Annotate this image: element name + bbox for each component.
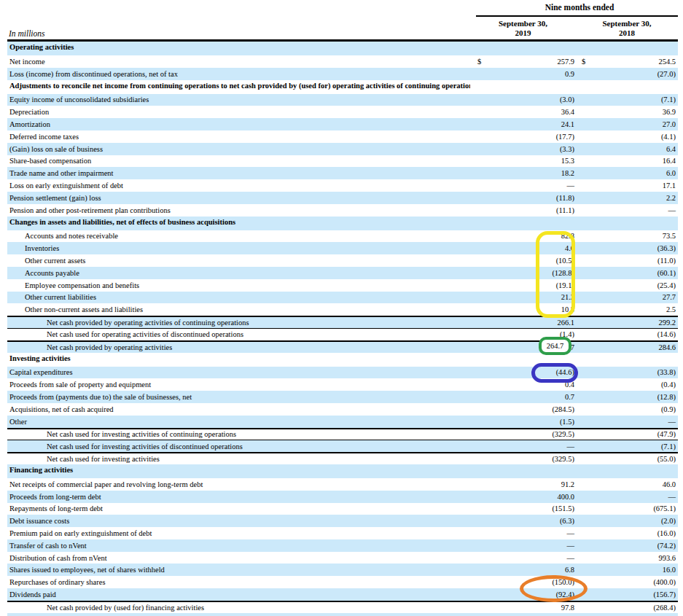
- section-header-row: Investing activities: [7, 353, 678, 367]
- row-label: Depreciation: [7, 108, 470, 116]
- value-2018: (0.4): [582, 381, 676, 389]
- value-2019-cell: (329.5): [470, 430, 576, 438]
- value-2018-cell: 46.0: [576, 480, 678, 488]
- table-row: Acquisitions, net of cash acquired(284.5…: [7, 403, 678, 416]
- value-2019: 21.3: [477, 293, 574, 301]
- value-2019-cell: 36.4: [470, 108, 576, 116]
- value-2019-cell: (6.3): [470, 517, 576, 525]
- value-2018: (7.1): [582, 442, 676, 451]
- value-2019-cell: 266.1: [470, 319, 576, 327]
- value-2018-cell: 16.4: [576, 157, 678, 165]
- value-2019-cell: 91.2: [470, 480, 576, 488]
- value-2018-cell: —: [576, 493, 678, 501]
- section-header-row: Operating activities: [7, 42, 678, 55]
- value-2018: 254.5: [585, 58, 676, 66]
- row-label: Net income: [7, 58, 470, 66]
- value-2019-cell: —: [470, 442, 576, 451]
- value-2019-cell: (3.0): [470, 95, 576, 104]
- table-row: Repayments of long-term debt(151.5)(675.…: [7, 503, 678, 515]
- table-header: Nine months ended September 30, 2019 Sep…: [7, 0, 678, 42]
- value-2018-cell: (25.4): [576, 281, 678, 289]
- value-2019: —: [477, 554, 574, 562]
- row-label: Other: [7, 418, 470, 426]
- value-2019-cell: (128.8): [470, 269, 576, 277]
- value-2019-cell: 97.8: [470, 604, 576, 612]
- value-2018-cell: (400.0): [576, 578, 678, 586]
- value-2019-cell: (151.5): [470, 504, 576, 512]
- value-2019: (17.7): [477, 133, 574, 141]
- value-2019: (44.6): [477, 368, 574, 376]
- value-2019-cell: 10.5: [470, 305, 576, 313]
- value-2019-cell: 264.7: [470, 343, 576, 351]
- row-label: Net cash used for investing activities: [7, 455, 470, 463]
- value-2018-cell: (675.1): [576, 504, 678, 512]
- row-label: Net cash provided by operating activitie…: [7, 319, 470, 327]
- table-row: Inventories4.0(36.3): [7, 242, 678, 254]
- value-2018-cell: 2.2: [576, 194, 678, 202]
- value-2018-cell: (16.0): [576, 529, 678, 537]
- value-2019: —: [477, 529, 574, 537]
- row-label: Accounts and notes receivable: [7, 232, 470, 240]
- value-2018-cell: 73.5: [576, 232, 678, 240]
- value-2018-cell: 993.6: [576, 554, 678, 562]
- value-2019: (329.5): [477, 455, 574, 463]
- value-2019: (1.5): [477, 418, 574, 426]
- table-row: Deferred income taxes(17.7)(4.1): [7, 130, 678, 143]
- row-label: (Gain) loss on sale of business: [7, 145, 470, 153]
- value-2018: (2.0): [582, 517, 676, 525]
- row-label: Proceeds from sale of property and equip…: [7, 381, 470, 389]
- value-2019: (11.1): [477, 206, 574, 214]
- value-2018-cell: (0.4): [576, 381, 678, 389]
- value-2019: 257.9: [481, 58, 574, 66]
- row-label: Capital expenditures: [7, 368, 470, 376]
- value-2018: (36.3): [582, 244, 676, 252]
- value-2019-cell: —: [470, 542, 576, 550]
- row-label: Net cash used for investing activities o…: [7, 442, 470, 451]
- value-2018: (33.8): [582, 368, 676, 376]
- row-label: Financing activities: [7, 466, 470, 474]
- value-2019: 0.7: [477, 393, 574, 401]
- units-label: In millions: [9, 29, 45, 38]
- value-2019: (151.5): [477, 504, 574, 512]
- value-2018: —: [582, 493, 676, 501]
- value-2019-cell: (44.6): [470, 368, 576, 376]
- value-2018-cell: 17.1: [576, 182, 678, 190]
- row-label: Net cash used for operating activities o…: [7, 330, 470, 338]
- value-2019: (1.4): [477, 330, 574, 338]
- row-label: Deferred income taxes: [7, 133, 470, 141]
- row-label: Loss (income) from discontinued operatio…: [7, 70, 470, 78]
- row-label: Net cash provided by (used for) financin…: [7, 604, 470, 612]
- value-2019: 10.5: [477, 305, 574, 313]
- value-2019: (329.5): [477, 430, 574, 438]
- value-2018: 27.0: [582, 120, 676, 128]
- value-2019: —: [477, 442, 574, 451]
- value-2019-cell: (1.4): [470, 330, 576, 338]
- row-label: Repayments of long-term debt: [7, 504, 470, 512]
- value-2019: (92.4): [477, 590, 574, 599]
- row-label: Share-based compensation: [7, 157, 470, 165]
- row-label: Net receipts of commercial paper and rev…: [7, 480, 470, 488]
- value-2018: (27.0): [582, 70, 676, 78]
- table-row: Accounts and notes receivable82.873.5: [7, 230, 678, 243]
- value-2018-cell: $254.5: [576, 58, 678, 66]
- row-label: Other non-current assets and liabilities: [7, 305, 470, 313]
- column-header-2018-line1: September 30,: [576, 19, 678, 28]
- table-row: Net cash provided by (used for) financin…: [7, 601, 678, 613]
- value-2019-cell: (150.0): [470, 578, 576, 586]
- value-2019: 97.8: [477, 604, 574, 612]
- value-2018: (0.9): [582, 405, 676, 413]
- value-2018: (47.9): [582, 430, 676, 438]
- table-row: Net income$257.9$254.5: [7, 55, 678, 68]
- value-2019-cell: 6.8: [470, 566, 576, 574]
- value-2019-cell: 4.0: [470, 244, 576, 252]
- header-bottom-rule: [7, 39, 678, 42]
- value-2018-cell: (268.4): [576, 604, 678, 612]
- value-2019: 266.1: [477, 319, 574, 327]
- table-row: Other current assets(10.5)(11.0): [7, 254, 678, 267]
- table-row: Repurchases of ordinary shares(150.0)(40…: [7, 576, 678, 588]
- value-2019-cell: 18.2: [470, 169, 576, 177]
- table-row: Pension settlement (gain) loss(11.8)2.2: [7, 192, 678, 204]
- period-header: Nine months ended: [474, 3, 683, 12]
- table-row: Net cash used for operating activities o…: [7, 328, 678, 340]
- value-2018: 2.2: [582, 194, 676, 202]
